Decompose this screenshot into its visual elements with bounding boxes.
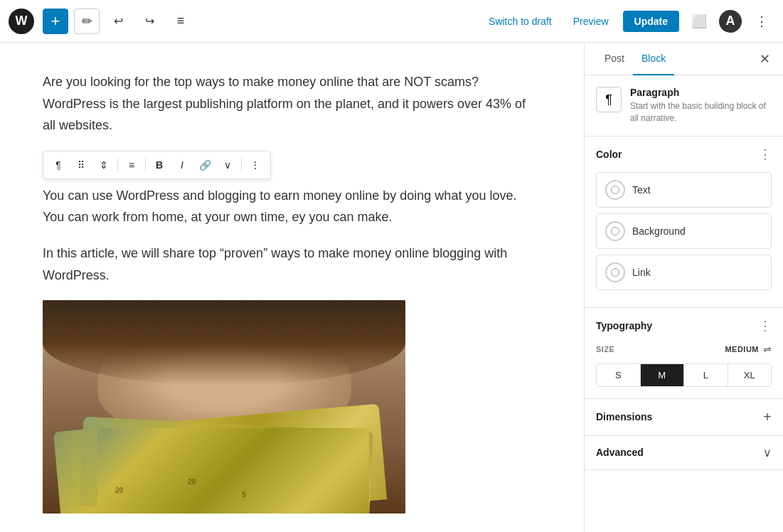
image-face: 20 20 5 [43, 300, 405, 514]
text-color-label: Text [632, 184, 651, 196]
redo-button[interactable]: ↪ [137, 9, 162, 34]
background-color-circle [605, 221, 625, 241]
link-color-circle [605, 262, 625, 282]
color-section: Color ⋮ Text Background [585, 137, 783, 308]
typography-section: Typography ⋮ SIZE MEDIUM ⇌ S M L XL [585, 308, 783, 399]
dimensions-section-header[interactable]: Dimensions + [585, 399, 783, 435]
advanced-section-title: Advanced [596, 447, 644, 458]
paragraph-2[interactable]: You can use WordPress and blogging to ea… [43, 185, 541, 228]
layout-icon-button[interactable]: ⬜ [686, 9, 712, 34]
sidebar-close-button[interactable]: ✕ [755, 49, 774, 69]
block-type-icon: ¶ [596, 87, 622, 112]
more-options-button[interactable]: ⋮ [749, 9, 774, 34]
paragraph-3[interactable]: In this article, we will share top “prov… [43, 243, 541, 286]
dimensions-add-button[interactable]: + [763, 409, 772, 425]
size-label: SIZE [596, 345, 614, 353]
paragraph-1[interactable]: Are you looking for the top ways to make… [43, 71, 541, 137]
align-button[interactable]: ≡ [121, 154, 142, 176]
block-info: ¶ Paragraph Start with the basic buildin… [585, 75, 783, 137]
size-m-button[interactable]: M [641, 364, 685, 386]
astra-icon-button[interactable]: A [719, 10, 742, 33]
size-buttons-group: S M L XL [596, 363, 772, 387]
add-block-button[interactable]: + [43, 9, 68, 34]
size-right-controls: MEDIUM ⇌ [725, 344, 772, 355]
text-color-circle [605, 180, 625, 200]
preview-button[interactable]: Preview [566, 11, 616, 31]
color-section-body: Text Background Link [585, 172, 783, 307]
color-section-title: Color [596, 149, 622, 160]
typography-section-title: Typography [596, 320, 652, 331]
typography-section-header[interactable]: Typography ⋮ [585, 308, 783, 344]
paragraph-type-button[interactable]: ¶ [48, 154, 69, 176]
editor-content: Are you looking for the top ways to make… [43, 71, 541, 514]
sidebar-tabs: Post Block ✕ [585, 43, 783, 75]
color-background-row[interactable]: Background [596, 213, 772, 249]
typography-options-button[interactable]: ⋮ [759, 318, 772, 334]
block-tab[interactable]: Block [633, 43, 674, 75]
color-text-row[interactable]: Text [596, 172, 772, 208]
link-button[interactable]: 🔗 [194, 154, 215, 176]
block-options-button[interactable]: ⋮ [245, 154, 266, 176]
wp-logo[interactable]: W [9, 9, 34, 34]
more-options-dropdown[interactable]: ∨ [217, 154, 238, 176]
advanced-chevron-button[interactable]: ∨ [763, 446, 772, 459]
toolbar-separator-3 [241, 158, 242, 172]
link-color-label: Link [632, 267, 651, 278]
italic-button[interactable]: I [171, 154, 193, 176]
color-section-header[interactable]: Color ⋮ [585, 137, 783, 172]
size-s-button[interactable]: S [597, 364, 641, 386]
background-color-label: Background [632, 225, 686, 237]
block-description: Start with the basic building block of a… [630, 100, 772, 124]
size-l-button[interactable]: L [684, 364, 728, 386]
typography-sliders-button[interactable]: ⇌ [763, 344, 772, 355]
color-link-row[interactable]: Link [596, 255, 772, 290]
advanced-section-header[interactable]: Advanced ∨ [585, 436, 783, 469]
post-tab[interactable]: Post [596, 43, 633, 75]
size-xl-button[interactable]: XL [728, 364, 772, 386]
dimensions-section: Dimensions + [585, 399, 783, 436]
inline-toolbar: ¶ ⠿ ⇕ ≡ B I 🔗 ∨ ⋮ [43, 151, 271, 179]
color-options-button[interactable]: ⋮ [759, 147, 772, 162]
sidebar: Post Block ✕ ¶ Paragraph Start with the … [584, 43, 783, 532]
article-image[interactable]: 20 20 5 [43, 300, 405, 514]
toolbar-separator-2 [145, 158, 146, 172]
typography-section-body: SIZE MEDIUM ⇌ S M L XL [585, 344, 783, 398]
dimensions-section-title: Dimensions [596, 411, 652, 422]
advanced-section: Advanced ∨ [585, 436, 783, 470]
switch-to-draft-button[interactable]: Switch to draft [481, 11, 559, 31]
list-view-button[interactable]: ≡ [168, 9, 193, 34]
bold-button[interactable]: B [149, 154, 170, 176]
typography-size-row: SIZE MEDIUM ⇌ [596, 344, 772, 355]
editor-area: Are you looking for the top ways to make… [0, 43, 584, 532]
drag-handle-button[interactable]: ⠿ [70, 154, 92, 176]
block-details: Paragraph Start with the basic building … [630, 87, 772, 124]
main-layout: Are you looking for the top ways to make… [0, 43, 783, 532]
size-value: MEDIUM [725, 345, 759, 353]
pen-button[interactable]: ✏ [74, 9, 100, 34]
update-button[interactable]: Update [623, 11, 679, 32]
undo-button[interactable]: ↩ [105, 9, 131, 34]
toolbar-separator-1 [117, 158, 118, 172]
topbar: W + ✏ ↩ ↪ ≡ Switch to draft Preview Upda… [0, 0, 783, 43]
paragraph-2-block: ¶ ⠿ ⇕ ≡ B I 🔗 ∨ ⋮ You can use WordPress … [43, 151, 541, 228]
block-name: Paragraph [630, 87, 772, 98]
move-up-down-button[interactable]: ⇕ [93, 154, 114, 176]
